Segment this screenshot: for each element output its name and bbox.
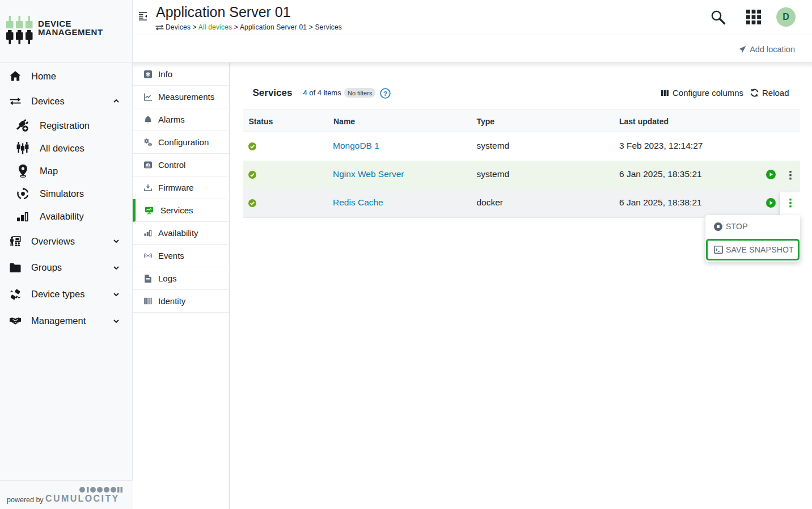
svg-text:?: ? (383, 90, 387, 97)
